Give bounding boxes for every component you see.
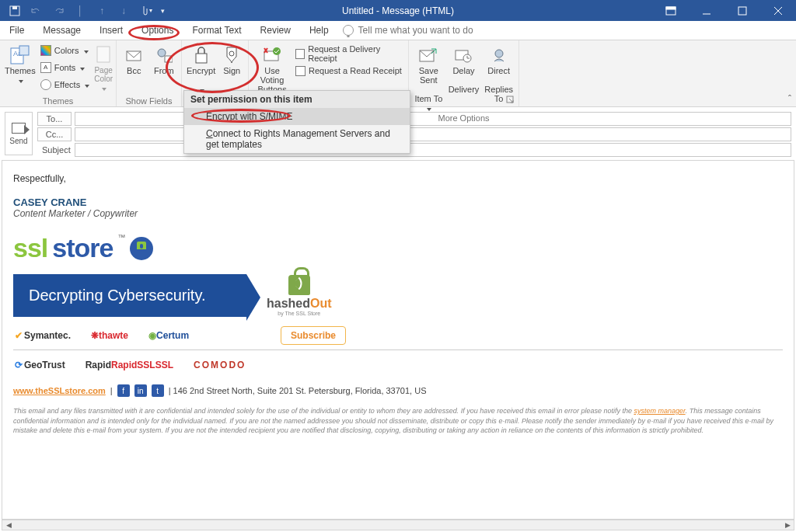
scroll-right-icon[interactable]: ▶ bbox=[781, 520, 794, 530]
quick-access-toolbar: │ ↑ ↓ ▾ ▾ bbox=[0, 2, 168, 19]
colors-button[interactable]: Colors bbox=[40, 43, 89, 58]
group-more-options: Save SentItem To DelayDelivery DirectRep… bbox=[409, 40, 519, 106]
page-color-button[interactable]: Page Color bbox=[94, 43, 113, 92]
svg-rect-11 bbox=[97, 47, 110, 62]
to-button[interactable]: To... bbox=[37, 112, 72, 126]
ribbon-display-icon[interactable] bbox=[653, 0, 689, 21]
read-receipt-checkbox[interactable]: Request a Read Receipt bbox=[295, 63, 403, 78]
subject-field[interactable] bbox=[75, 143, 791, 157]
brand-comodo: COMODO bbox=[194, 360, 246, 370]
sslstore-logo: sslstore ™ bbox=[13, 233, 783, 263]
svg-rect-15 bbox=[196, 54, 207, 63]
prev-icon[interactable]: ↑ bbox=[92, 2, 112, 19]
collapse-ribbon-icon[interactable]: ˆ bbox=[788, 94, 791, 105]
svg-rect-5 bbox=[738, 7, 746, 15]
themes-button[interactable]: Aa Themes bbox=[5, 43, 36, 85]
svg-point-26 bbox=[495, 50, 503, 57]
send-label: Send bbox=[9, 137, 27, 145]
tab-review[interactable]: Review bbox=[251, 21, 300, 40]
brand-certum: ◉Certum bbox=[148, 330, 189, 341]
themes-label: Themes bbox=[5, 66, 36, 75]
closing-text: Respectfully, bbox=[13, 173, 783, 184]
tell-me[interactable]: Tell me what you want to do bbox=[343, 21, 473, 40]
dialog-launcher-icon[interactable] bbox=[506, 96, 515, 105]
hashedout-logo: hashedOut by The SSL Store bbox=[267, 274, 332, 317]
group-caption: Themes bbox=[5, 96, 111, 106]
tab-message[interactable]: Message bbox=[33, 21, 90, 40]
connect-rms-item[interactable]: Connect to Rights Management Servers and… bbox=[184, 125, 410, 153]
save-icon[interactable] bbox=[5, 2, 25, 19]
brand-row: Symantec. ❋thawte ◉Certum Subscribe bbox=[13, 322, 783, 350]
brand-thawte: ❋thawte bbox=[91, 330, 128, 341]
signature-title: Content Marketer / Copywriter bbox=[13, 208, 783, 219]
tab-file[interactable]: File bbox=[0, 21, 33, 40]
tab-help[interactable]: Help bbox=[300, 21, 338, 40]
brand-row-2: GeoTrust RapidRapidSSLSSL COMODO bbox=[13, 355, 783, 375]
delay-delivery-button[interactable]: DelayDelivery bbox=[449, 43, 480, 94]
group-show-fields: Bcc From Show Fields bbox=[117, 40, 182, 106]
next-icon[interactable]: ↓ bbox=[113, 2, 134, 19]
redo-icon[interactable] bbox=[48, 2, 68, 19]
brand-rapidssl: RapidRapidSSLSSL bbox=[86, 360, 173, 370]
ribbon-tabs: File Message Insert Options Format Text … bbox=[0, 21, 796, 40]
encrypt-smime-item[interactable]: Encrypt with S/MIME bbox=[184, 108, 410, 125]
mail-body[interactable]: Respectfully, CASEY CRANE Content Market… bbox=[2, 160, 794, 520]
undo-icon[interactable] bbox=[26, 2, 47, 19]
banner: Decrypting Cybersecurity. hashedOut by T… bbox=[13, 274, 783, 317]
cc-button[interactable]: Cc... bbox=[37, 127, 72, 141]
lock-icon bbox=[130, 237, 153, 260]
address-text: | 146 2nd Street North, Suite 201 St. Pe… bbox=[169, 386, 427, 395]
disclaimer: This email and any files transmitted wit… bbox=[13, 406, 783, 436]
qat-sep: │ bbox=[70, 2, 90, 19]
brand-symantec: Symantec. bbox=[15, 330, 71, 341]
encrypt-dropdown: Set permission on this item Encrypt with… bbox=[183, 90, 410, 154]
svg-rect-10 bbox=[19, 46, 29, 55]
horizontal-scrollbar[interactable]: ◀ ▶ bbox=[2, 520, 794, 530]
qat-more-icon[interactable]: ▾ bbox=[157, 2, 168, 19]
direct-replies-button[interactable]: DirectReplies To bbox=[484, 43, 514, 103]
dropdown-header: Set permission on this item bbox=[184, 91, 410, 108]
tab-format-text[interactable]: Format Text bbox=[183, 21, 250, 40]
window-buttons bbox=[653, 0, 796, 21]
title-bar: │ ↑ ↓ ▾ ▾ Untitled - Message (HTML) bbox=[0, 0, 796, 21]
minimize-icon[interactable] bbox=[689, 0, 724, 21]
links-row: www.theSSLstore.com | f in t | 146 2nd S… bbox=[13, 384, 783, 397]
system-manager-link[interactable]: system manager bbox=[634, 407, 685, 415]
maximize-icon[interactable] bbox=[724, 0, 760, 21]
bcc-button[interactable]: Bcc bbox=[121, 43, 147, 75]
delivery-receipt-checkbox[interactable]: Request a Delivery Receipt bbox=[295, 46, 403, 61]
send-button[interactable]: Send bbox=[5, 112, 33, 155]
banner-text: Decrypting Cybersecurity. bbox=[13, 274, 246, 317]
svg-rect-1 bbox=[12, 6, 17, 9]
signature-name: CASEY CRANE bbox=[13, 196, 783, 208]
from-button[interactable]: From bbox=[152, 43, 177, 75]
encrypt-button[interactable]: Encrypt bbox=[187, 43, 215, 94]
tell-me-label: Tell me what you want to do bbox=[358, 25, 473, 36]
svg-point-18 bbox=[273, 47, 281, 55]
twitter-icon[interactable]: t bbox=[152, 384, 164, 397]
linkedin-icon[interactable]: in bbox=[134, 384, 147, 397]
cc-field[interactable] bbox=[75, 127, 791, 141]
attach-icon[interactable]: ▾ bbox=[135, 2, 155, 19]
fonts-button[interactable]: AFonts bbox=[40, 60, 89, 75]
group-themes: Aa Themes Colors AFonts Effects Page Col… bbox=[0, 40, 117, 106]
brand-geotrust: GeoTrust bbox=[15, 360, 65, 370]
sign-button[interactable]: Sign bbox=[220, 43, 243, 75]
save-sent-button[interactable]: Save SentItem To bbox=[414, 43, 444, 113]
tab-options[interactable]: Options bbox=[132, 21, 183, 40]
svg-rect-14 bbox=[165, 56, 173, 62]
subject-label: Subject bbox=[37, 143, 72, 157]
lightbulb-icon bbox=[343, 25, 354, 36]
send-icon bbox=[12, 123, 26, 134]
scroll-left-icon[interactable]: ◀ bbox=[2, 520, 15, 530]
facebook-icon[interactable]: f bbox=[117, 384, 130, 397]
site-link[interactable]: www.theSSLstore.com bbox=[13, 386, 106, 395]
close-icon[interactable] bbox=[760, 0, 796, 21]
subscribe-button[interactable]: Subscribe bbox=[281, 326, 346, 345]
effects-button[interactable]: Effects bbox=[40, 77, 89, 92]
padlock-icon bbox=[288, 275, 310, 295]
tab-insert[interactable]: Insert bbox=[90, 21, 132, 40]
svg-rect-3 bbox=[666, 7, 676, 9]
